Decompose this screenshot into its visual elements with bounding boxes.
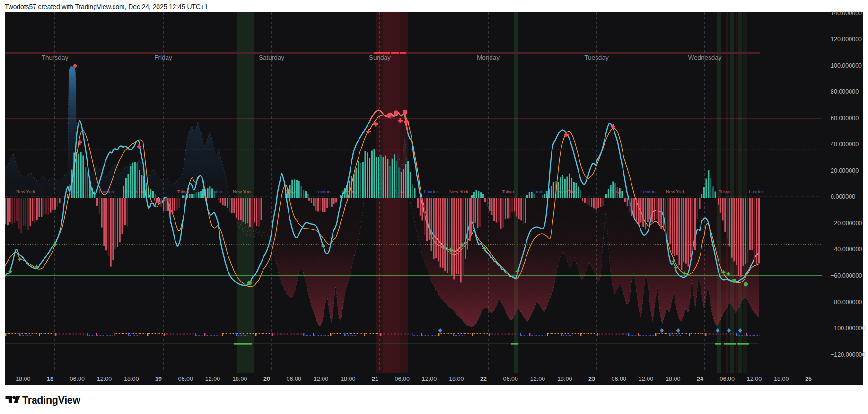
svg-text:20.000000: 20.000000 [831,167,859,174]
svg-text:40.000000: 40.000000 [831,141,859,148]
svg-text:Friday: Friday [154,54,172,61]
svg-text:140.000000: 140.000000 [831,10,862,17]
svg-text:Monday: Monday [477,54,500,61]
svg-text:12:00: 12:00 [205,376,220,382]
svg-text:Tokyo: Tokyo [719,189,731,194]
svg-text:TradingView: TradingView [22,395,81,406]
svg-text:New York: New York [449,189,468,194]
svg-text:London: London [749,189,764,194]
svg-text:Tuesday: Tuesday [584,54,609,61]
svg-text:−100.000000: −100.000000 [831,325,865,332]
svg-text:80.000000: 80.000000 [831,88,859,95]
svg-text:06:00: 06:00 [178,376,193,382]
svg-text:12:00: 12:00 [639,376,653,382]
svg-text:18:00: 18:00 [232,376,247,382]
svg-text:06:00: 06:00 [287,376,301,382]
svg-text:Sunday: Sunday [369,54,391,61]
svg-text:18:00: 18:00 [449,376,464,382]
svg-text:100.000000: 100.000000 [831,62,862,69]
svg-text:18:00: 18:00 [666,376,680,382]
svg-text:18:00: 18:00 [557,376,572,382]
svg-text:New York: New York [666,189,685,194]
svg-text:25: 25 [805,376,812,382]
svg-text:21: 21 [372,376,378,382]
svg-text:London: London [316,189,331,194]
svg-text:06:00: 06:00 [720,376,735,382]
svg-text:London: London [424,189,439,194]
svg-text:−120.000000: −120.000000 [831,352,865,358]
svg-text:120.000000: 120.000000 [831,36,862,43]
svg-text:06:00: 06:00 [395,376,410,382]
svg-text:18:00: 18:00 [16,376,30,382]
svg-text:Wednesday: Wednesday [688,54,721,61]
svg-text:−20.000000: −20.000000 [831,220,862,227]
svg-text:−60.000000: −60.000000 [831,273,862,279]
svg-text:New York: New York [233,189,252,194]
svg-text:New York: New York [124,189,143,194]
svg-text:22: 22 [480,376,487,382]
svg-text:18:00: 18:00 [124,376,139,382]
svg-text:−80.000000: −80.000000 [831,299,862,306]
svg-text:London: London [640,189,656,194]
svg-text:18:00: 18:00 [341,376,355,382]
svg-text:0.000000: 0.000000 [831,194,855,200]
svg-text:−40.000000: −40.000000 [831,246,862,253]
svg-text:06:00: 06:00 [70,376,85,382]
svg-text:Tokyo: Tokyo [502,189,514,194]
svg-text:23: 23 [588,376,595,382]
svg-text:12:00: 12:00 [422,376,437,382]
svg-text:12:00: 12:00 [530,376,545,382]
svg-text:18:00: 18:00 [774,376,789,382]
svg-text:19: 19 [155,376,162,382]
svg-text:Twodots57 created with Trading: Twodots57 created with TradingView.com, … [5,3,208,10]
svg-text:06:00: 06:00 [612,376,626,382]
svg-text:20: 20 [263,376,270,382]
svg-text:12:00: 12:00 [314,376,328,382]
svg-text:12:00: 12:00 [97,376,112,382]
svg-text:12:00: 12:00 [747,376,762,382]
svg-text:London: London [532,189,547,194]
svg-text:60.000000: 60.000000 [831,115,859,122]
svg-text:06:00: 06:00 [503,376,518,382]
svg-text:New York: New York [16,189,35,194]
svg-text:24: 24 [697,376,703,382]
svg-text:Thursday: Thursday [42,54,69,61]
svg-text:18: 18 [47,376,53,382]
svg-text:Saturday: Saturday [259,54,284,61]
